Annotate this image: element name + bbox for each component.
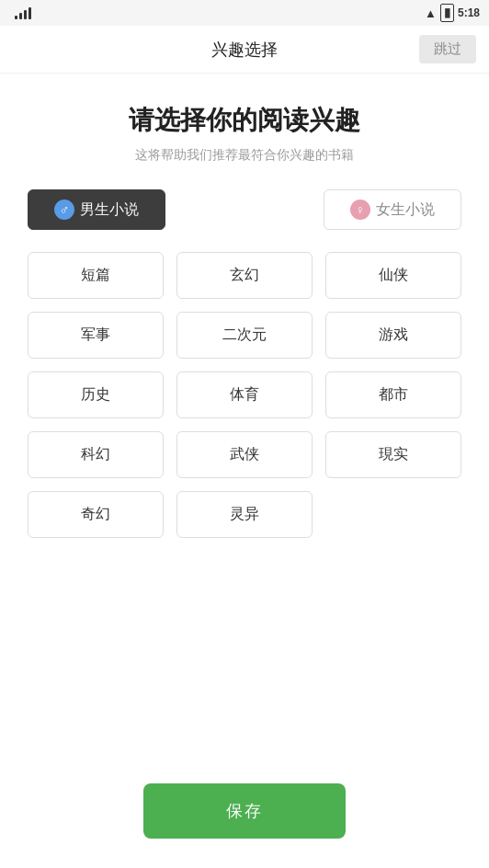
tag-button[interactable]: 历史	[28, 371, 164, 418]
female-button[interactable]: ♀ 女生小说	[324, 189, 461, 230]
tag-button[interactable]: 体育	[176, 371, 313, 418]
female-label: 女生小说	[376, 200, 435, 220]
page-title: 兴趣选择	[211, 39, 278, 61]
male-button[interactable]: ♂ 男生小说	[28, 189, 165, 230]
tag-button[interactable]: 玄幻	[176, 252, 313, 299]
skip-button[interactable]: 跳过	[419, 35, 476, 63]
tag-button[interactable]: 奇幻	[28, 491, 164, 538]
status-left	[15, 6, 31, 19]
tag-button[interactable]: 都市	[325, 371, 461, 418]
status-right: ▲ ▮ 5:18	[425, 4, 480, 22]
main-subheading: 这将帮助我们推荐最符合你兴趣的书籍	[28, 147, 461, 164]
battery-icon: ▮	[440, 4, 454, 22]
tag-button[interactable]: 灵异	[176, 491, 313, 538]
tags-grid: 短篇玄幻仙侠军事二次元游戏历史体育都市科幻武侠現实奇幻灵异	[28, 252, 461, 538]
main-heading: 请选择你的阅读兴趣	[28, 103, 461, 138]
tag-button[interactable]: 武侠	[176, 431, 313, 478]
top-nav: 兴趣选择 跳过	[0, 26, 489, 74]
tag-button[interactable]: 二次元	[176, 312, 313, 359]
male-icon: ♂	[54, 200, 74, 220]
tag-button[interactable]: 短篇	[28, 252, 164, 299]
tag-button[interactable]: 現实	[325, 431, 461, 478]
status-bar: ▲ ▮ 5:18	[0, 0, 489, 26]
signal-icon	[15, 6, 31, 19]
tag-button[interactable]: 仙侠	[325, 252, 461, 299]
tag-button[interactable]: 游戏	[325, 312, 461, 359]
save-button[interactable]: 保存	[143, 783, 346, 839]
male-label: 男生小说	[80, 200, 139, 220]
time-display: 5:18	[458, 6, 480, 19]
save-button-wrap: 保存	[143, 783, 346, 839]
gender-toggle: ♂ 男生小说 ♀ 女生小说	[28, 189, 461, 230]
tag-button[interactable]: 科幻	[28, 431, 164, 478]
wifi-icon: ▲	[425, 6, 437, 20]
tag-button[interactable]: 军事	[28, 312, 164, 359]
female-icon: ♀	[350, 200, 370, 220]
main-content: 请选择你的阅读兴趣 这将帮助我们推荐最符合你兴趣的书籍 ♂ 男生小说 ♀ 女生小…	[0, 74, 489, 538]
